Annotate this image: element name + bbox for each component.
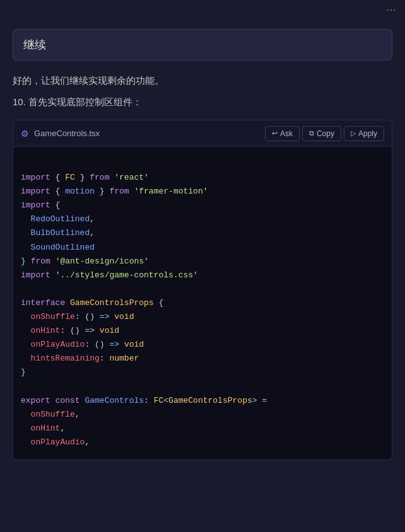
code-line: onPlayAudio: () => void (21, 338, 384, 352)
apply-label: Apply (358, 129, 377, 138)
code-line: } (21, 366, 384, 379)
ask-icon: ↩ (272, 129, 278, 137)
code-line: RedoOutlined, (21, 212, 384, 226)
code-line (21, 380, 384, 394)
content-area: 继续 好的，让我们继续实现剩余的功能。 10. 首先实现底部控制区组件： ⚙ G… (0, 19, 405, 470)
apply-icon: ▷ (351, 129, 356, 137)
code-line: import { FC } from 'react' (21, 171, 384, 185)
code-body: import { FC } from 'react' import { moti… (13, 147, 392, 460)
code-line: interface GameControlsProps { (21, 296, 384, 310)
title-box: 继续 (13, 29, 392, 61)
code-line: hintsRemaining: number (21, 352, 384, 366)
code-header-right: ↩ Ask ⧉ Copy ▷ Apply (265, 126, 384, 141)
code-line: SoundOutlined (21, 241, 384, 255)
title-text: 继续 (23, 38, 46, 51)
ask-button[interactable]: ↩ Ask (265, 126, 300, 141)
code-line: onPlayAudio, (21, 436, 384, 449)
filename: GameControls.tsx (34, 129, 100, 138)
copy-button[interactable]: ⧉ Copy (302, 126, 341, 141)
top-bar: ⋯ (0, 0, 405, 19)
code-header: ⚙ GameControls.tsx ↩ Ask ⧉ Copy ▷ Apply (13, 120, 392, 147)
code-line: onHint, (21, 422, 384, 436)
code-line: } from '@ant-design/icons' (21, 255, 384, 269)
code-header-left: ⚙ GameControls.tsx (21, 129, 100, 139)
code-line (21, 282, 384, 296)
code-line: import { (21, 199, 384, 212)
description-text: 好的，让我们继续实现剩余的功能。 (13, 73, 392, 88)
code-line: import '../styles/game-controls.css' (21, 269, 384, 282)
code-line: BulbOutlined, (21, 226, 384, 240)
copy-icon: ⧉ (309, 129, 314, 137)
ask-label: Ask (280, 129, 293, 138)
code-line: import { motion } from 'framer-motion' (21, 185, 384, 199)
top-dots-icon: ⋯ (384, 2, 399, 17)
apply-button[interactable]: ▷ Apply (344, 126, 384, 141)
code-line: onShuffle: () => void (21, 310, 384, 324)
code-line: export const GameControls: FC<GameContro… (21, 394, 384, 408)
code-line (21, 157, 384, 171)
code-line: onShuffle, (21, 408, 384, 422)
code-line: onHint: () => void (21, 324, 384, 338)
copy-label: Copy (317, 129, 334, 138)
gear-icon: ⚙ (21, 129, 29, 139)
code-block: ⚙ GameControls.tsx ↩ Ask ⧉ Copy ▷ Apply (13, 120, 392, 460)
step-text: 10. 首先实现底部控制区组件： (13, 95, 392, 110)
